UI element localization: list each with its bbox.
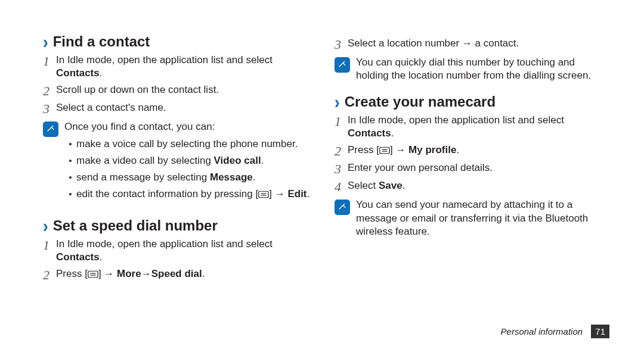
step-number: 3	[43, 102, 56, 116]
bullet-icon	[69, 160, 72, 162]
text: In Idle mode, open the application list …	[56, 54, 273, 66]
text-bold: Contacts	[56, 251, 100, 263]
text-bold: Video call	[214, 155, 261, 166]
text: .	[261, 155, 264, 166]
section-title: Set a speed dial number	[53, 217, 218, 234]
section-find-contact: › Find a contact 1 In Idle mode, open th…	[43, 33, 318, 205]
text-bold: More	[117, 268, 141, 279]
note-icon	[335, 57, 350, 73]
section-title: Create your namecard	[345, 94, 496, 110]
text-bold: Speed dial	[151, 268, 202, 279]
text-bold: Message	[210, 172, 253, 183]
step-text: Press [] → More → Speed dial.	[56, 267, 205, 282]
chevron-right-icon: ›	[43, 216, 48, 235]
note-body: You can quickly dial this number by touc…	[356, 56, 609, 83]
step-1: 1 In Idle mode, open the application lis…	[43, 238, 318, 264]
step-2: 2 Press [] → My profile.	[335, 144, 609, 158]
text: .	[391, 127, 394, 139]
text: In Idle mode, open the application list …	[348, 114, 564, 126]
section-namecard: › Create your namecard 1 In Idle mode, o…	[335, 94, 609, 239]
text: .	[100, 251, 103, 263]
text-bold: Contacts	[56, 67, 100, 79]
note-icon	[335, 200, 350, 215]
step-number: 2	[43, 269, 56, 282]
step-text: Press [] → My profile.	[348, 144, 459, 158]
text: In Idle mode, open the application list …	[56, 238, 273, 250]
step-1: 1 In Idle mode, open the application lis…	[335, 114, 609, 140]
step-4: 4 Select Save.	[335, 179, 609, 194]
text: Press [	[56, 268, 88, 279]
text: .	[100, 67, 103, 79]
note-block: You can send your namecard by attaching …	[335, 198, 609, 238]
footer-category: Personal information	[501, 326, 583, 336]
menu-key-icon	[258, 189, 269, 202]
text: ] →	[98, 268, 117, 279]
bullet-list: make a voice call by selecting the phone…	[64, 138, 309, 202]
step-3: 3 Enter your own personal details.	[335, 161, 609, 176]
step-number: 1	[335, 115, 348, 128]
text-bold: Contacts	[348, 127, 391, 139]
bullet-icon	[69, 193, 72, 195]
text: .	[456, 144, 459, 155]
step-text: In Idle mode, open the application list …	[348, 114, 609, 140]
chevron-right-icon: ›	[43, 32, 48, 51]
text-bold: Edit	[287, 188, 306, 200]
section-heading: › Set a speed dial number	[43, 217, 318, 234]
bullet-text: make a video call by selecting Video cal…	[76, 154, 264, 167]
left-column: › Find a contact 1 In Idle mode, open th…	[43, 33, 318, 294]
bullet-text: edit the contact information by pressing…	[76, 188, 309, 202]
step-text: Enter your own personal details.	[348, 161, 493, 174]
step-text: In Idle mode, open the application list …	[56, 54, 318, 80]
svg-rect-6	[380, 147, 390, 154]
text: make a video call by selecting	[76, 155, 214, 166]
step-text: Scroll up or down on the contact list.	[56, 83, 219, 96]
text: .	[402, 180, 405, 191]
manual-page: › Find a contact 1 In Idle mode, open th…	[0, 0, 644, 349]
section-title: Find a contact	[53, 33, 150, 50]
step-number: 3	[335, 38, 348, 51]
chevron-right-icon: ›	[335, 92, 340, 111]
menu-key-icon	[379, 145, 390, 158]
text: .	[253, 172, 256, 183]
text: Select	[348, 180, 379, 191]
step-3-continued: 3 Select a location number → a contact.	[335, 37, 609, 51]
note-block: Once you find a contact, you can: make a…	[43, 120, 318, 205]
section-speed-dial: › Set a speed dial number 1 In Idle mode…	[43, 217, 318, 282]
step-text: In Idle mode, open the application list …	[56, 238, 318, 264]
note-intro: Once you find a contact, you can:	[64, 120, 309, 133]
right-column: 3 Select a location number → a contact. …	[335, 33, 609, 294]
text: .	[202, 268, 205, 279]
bullet-icon	[69, 143, 72, 145]
list-item: edit the contact information by pressing…	[64, 188, 309, 202]
bullet-text: make a voice call by selecting the phone…	[76, 138, 298, 151]
bullet-text: send a message by selecting Message.	[76, 171, 256, 184]
text: send a message by selecting	[76, 172, 210, 183]
svg-rect-0	[259, 191, 269, 198]
text: ] →	[390, 144, 408, 155]
step-2: 2 Press [] → More → Speed dial.	[43, 267, 318, 282]
step-number: 2	[43, 85, 56, 98]
step-text: Select Save.	[348, 179, 405, 192]
text: .	[307, 188, 310, 200]
arrow: →	[141, 267, 151, 281]
svg-rect-3	[88, 271, 98, 278]
two-column-layout: › Find a contact 1 In Idle mode, open th…	[43, 33, 609, 294]
list-item: make a voice call by selecting the phone…	[64, 138, 309, 151]
page-footer: Personal information 71	[501, 325, 609, 338]
step-2: 2 Scroll up or down on the contact list.	[43, 83, 318, 98]
menu-key-icon	[88, 269, 98, 282]
note-body: You can send your namecard by attaching …	[356, 198, 609, 238]
step-number: 4	[335, 180, 348, 194]
note-body: Once you find a contact, you can: make a…	[64, 120, 309, 205]
step-number: 3	[335, 163, 348, 176]
text: ] →	[269, 188, 287, 200]
note-block: You can quickly dial this number by touc…	[335, 56, 609, 83]
list-item: send a message by selecting Message.	[64, 171, 309, 184]
step-number: 1	[43, 239, 56, 252]
step-text: Select a contact's name.	[56, 101, 166, 114]
text-bold: My profile	[408, 144, 456, 155]
step-1: 1 In Idle mode, open the application lis…	[43, 54, 318, 80]
step-3: 3 Select a contact's name.	[43, 101, 318, 116]
page-number: 71	[591, 325, 609, 338]
text: edit the contact information by pressing…	[76, 188, 258, 200]
